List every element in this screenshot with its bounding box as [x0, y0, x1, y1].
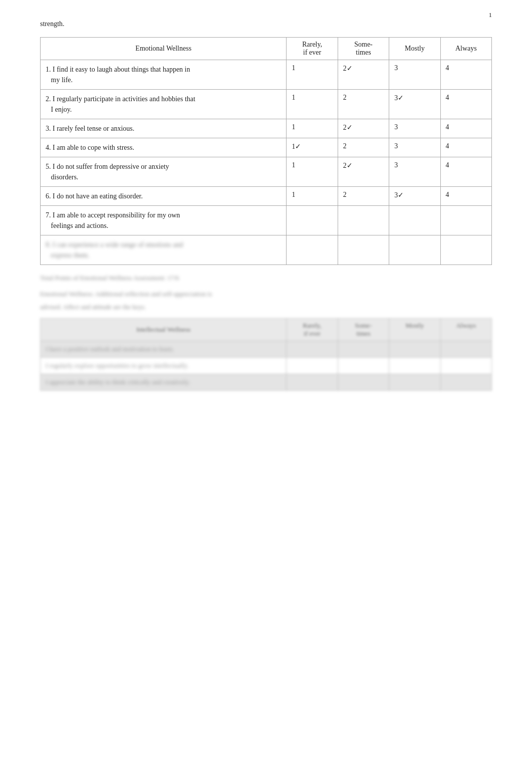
value-6-1: 1 [287, 187, 338, 206]
value-7-1 [287, 206, 338, 235]
value-2-1: 1 [287, 90, 338, 119]
value-5-3: 3 [389, 157, 440, 187]
table-row: I regularly explore opportunities to gro… [41, 358, 492, 374]
caption-line3: advised. Affect and attitude are the key… [40, 303, 492, 311]
table2-v2-3 [389, 358, 440, 374]
table-row: 6. I do not have an eating disorder. 1 2… [41, 187, 492, 206]
col-always-header: Always [440, 38, 491, 60]
col-sometimes-header: Some- times [338, 38, 389, 60]
col-mostly-header: Mostly [389, 38, 440, 60]
question-6: 6. I do not have an eating disorder. [41, 187, 287, 206]
caption-line1: Total Points of Emotional Wellness Asses… [40, 274, 492, 282]
value-3-4: 4 [440, 119, 491, 138]
table2-v1-2 [338, 341, 389, 358]
table2-v1-4 [440, 341, 491, 358]
table-row: I appreciate the ability to think critic… [41, 374, 492, 391]
table2-q1: I have a positive outlook and motivation… [41, 341, 287, 358]
value-2-3: 3✓ [389, 90, 440, 119]
caption-section: Total Points of Emotional Wellness Asses… [40, 274, 492, 298]
value-4-4: 4 [440, 138, 491, 157]
value-2-4: 4 [440, 90, 491, 119]
table-row: 2. I regularly participate in activities… [41, 90, 492, 119]
value-8-3 [389, 235, 440, 265]
value-5-2: 2✓ [338, 157, 389, 187]
value-1-3: 3 [389, 60, 440, 90]
value-6-4: 4 [440, 187, 491, 206]
value-8-2 [338, 235, 389, 265]
value-3-2: 2✓ [338, 119, 389, 138]
table2-v2-2 [338, 358, 389, 374]
caption-line3-section: advised. Affect and attitude are the key… [40, 303, 492, 311]
value-6-2: 2 [338, 187, 389, 206]
value-1-2: 2✓ [338, 60, 389, 90]
table2-v3-1 [287, 374, 338, 391]
table2-col3-header: Mostly [389, 319, 440, 341]
table2-v3-3 [389, 374, 440, 391]
table2-col2-header: Some-times [338, 319, 389, 341]
value-8-4 [440, 235, 491, 265]
table2-v3-2 [338, 374, 389, 391]
table2-col1-header: Rarely,if ever [287, 319, 338, 341]
value-3-3: 3 [389, 119, 440, 138]
table2-v1-3 [389, 341, 440, 358]
question-7: 7. I am able to accept responsibility fo… [41, 206, 287, 235]
value-7-4 [440, 206, 491, 235]
value-8-1 [287, 235, 338, 265]
intro-text: strength. [40, 20, 492, 28]
emotional-wellness-table: Emotional Wellness Rarely, if ever Some-… [40, 37, 492, 265]
page-number: 1 [489, 11, 492, 19]
table2-q3: I appreciate the ability to think critic… [41, 374, 287, 391]
table2-col4-header: Always [440, 319, 491, 341]
intellectual-wellness-table: Intellectual Wellness Rarely,if ever Som… [40, 318, 492, 391]
value-2-2: 2 [338, 90, 389, 119]
table-row: 4. I am able to cope with stress. 1✓ 2 3… [41, 138, 492, 157]
caption-line2: Emotional Wellness: Additional reflectio… [40, 290, 492, 298]
table-row: 8. I can experience a wide range of emot… [41, 235, 492, 265]
value-4-2: 2 [338, 138, 389, 157]
value-4-3: 3 [389, 138, 440, 157]
value-6-3: 3✓ [389, 187, 440, 206]
table-row: 7. I am able to accept responsibility fo… [41, 206, 492, 235]
table-row: I have a positive outlook and motivation… [41, 341, 492, 358]
value-5-4: 4 [440, 157, 491, 187]
value-3-1: 1 [287, 119, 338, 138]
question-8: 8. I can experience a wide range of emot… [41, 235, 287, 265]
question-1: 1. I find it easy to laugh about things … [41, 60, 287, 90]
table-row: 1. I find it easy to laugh about things … [41, 60, 492, 90]
value-5-1: 1 [287, 157, 338, 187]
value-7-3 [389, 206, 440, 235]
value-7-2 [338, 206, 389, 235]
value-1-4: 4 [440, 60, 491, 90]
question-5: 5. I do not suffer from depressive or an… [41, 157, 287, 187]
table2-q2: I regularly explore opportunities to gro… [41, 358, 287, 374]
table-row: 5. I do not suffer from depressive or an… [41, 157, 492, 187]
table2-category-header: Intellectual Wellness [41, 319, 287, 341]
table2-v1-1 [287, 341, 338, 358]
value-4-1: 1✓ [287, 138, 338, 157]
question-2: 2. I regularly participate in activities… [41, 90, 287, 119]
table2-v2-4 [440, 358, 491, 374]
col-rarely-header: Rarely, if ever [287, 38, 338, 60]
table2-v2-1 [287, 358, 338, 374]
table-category-header: Emotional Wellness [41, 38, 287, 60]
value-1-1: 1 [287, 60, 338, 90]
question-3: 3. I rarely feel tense or anxious. [41, 119, 287, 138]
table2-v3-4 [440, 374, 491, 391]
question-4: 4. I am able to cope with stress. [41, 138, 287, 157]
table-row: 3. I rarely feel tense or anxious. 1 2✓ … [41, 119, 492, 138]
